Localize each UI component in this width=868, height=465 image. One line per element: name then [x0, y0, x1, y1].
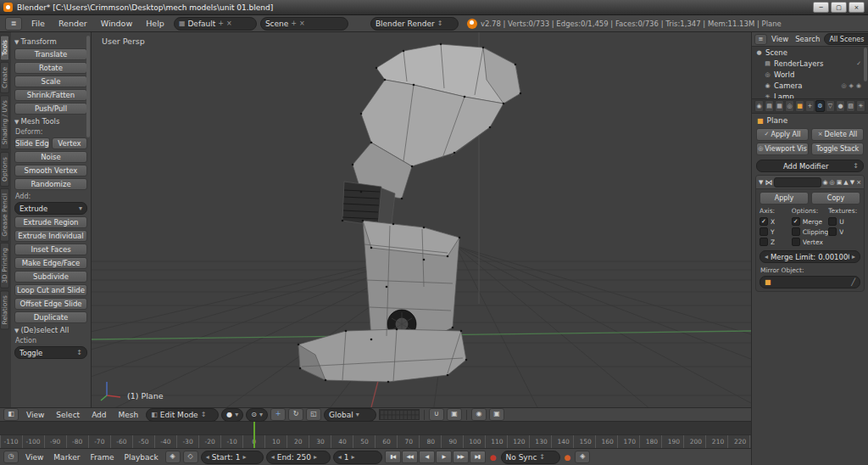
tool-button[interactable]: Loop Cut and Slide: [14, 284, 87, 296]
mirror-object-field[interactable]: ■ ╱: [760, 276, 860, 289]
vertex-groups-checkbox[interactable]: Vertex: [792, 237, 829, 247]
mode-selector[interactable]: ◧ Edit Mode ↕: [146, 408, 219, 422]
menu-item[interactable]: Add: [86, 410, 111, 420]
menu-item[interactable]: Marker: [49, 452, 84, 462]
properties-tab-icon[interactable]: ▤: [765, 100, 774, 112]
current-frame-field[interactable]: ◂ 1 ▸: [333, 451, 382, 464]
properties-tab-icon[interactable]: +: [805, 100, 815, 112]
extrude-menu[interactable]: Extrude ▾: [14, 202, 87, 215]
playback-button[interactable]: ▮◀: [385, 451, 401, 463]
render-visibility-icon[interactable]: ◉: [823, 179, 828, 186]
menu-item[interactable]: Help: [140, 17, 170, 30]
menu-item[interactable]: Playback: [120, 452, 163, 462]
tab-tools[interactable]: Tools: [0, 35, 9, 60]
outliner-scrollbar[interactable]: [864, 48, 867, 81]
move-up-icon[interactable]: ▲: [843, 179, 848, 186]
keying-set-icon[interactable]: ◈: [165, 451, 181, 463]
renderable-icon[interactable]: ◉: [856, 82, 861, 89]
collapse-icon[interactable]: ▼: [759, 179, 763, 186]
tool-button[interactable]: Extrude Region: [14, 216, 87, 228]
texture-u-checkbox[interactable]: U: [828, 216, 860, 227]
tab-3d-printing[interactable]: 3D Printing: [0, 243, 9, 289]
auto-keyframe-icon[interactable]: ●: [565, 453, 571, 462]
delete-all-button[interactable]: × Delete All: [811, 128, 864, 141]
editor-type-timeline-icon[interactable]: ◷: [3, 451, 19, 463]
outliner-row-lamp[interactable]: ✳ Lamp: [752, 91, 868, 99]
axis-y-checkbox[interactable]: Y: [760, 227, 792, 237]
modifier-copy-button[interactable]: Copy: [811, 192, 860, 204]
increment-icon[interactable]: ▸: [351, 453, 354, 461]
editor-type-3d-icon[interactable]: ◧: [3, 408, 19, 421]
outliner-row-camera[interactable]: ◉ Camera ◎ ◈ ◉: [752, 80, 868, 91]
playback-button[interactable]: ▶: [436, 451, 452, 463]
delete-modifier-icon[interactable]: ×: [856, 179, 861, 186]
outliner-row-scene[interactable]: ● Scene: [752, 47, 868, 58]
frame-end-field[interactable]: ◂ End: 250 ▸: [266, 451, 331, 464]
manipulator-translate-icon[interactable]: +: [270, 408, 286, 421]
snap-element-icon[interactable]: ▣: [447, 408, 462, 421]
axis-x-checkbox[interactable]: ✓ X: [760, 216, 792, 227]
keyframe-type-icon[interactable]: ◇: [183, 451, 198, 463]
tool-button[interactable]: Make Edge/Face: [14, 257, 87, 269]
maximize-button[interactable]: ▢: [831, 2, 847, 13]
tool-button[interactable]: Duplicate: [14, 311, 87, 323]
properties-tab-icon[interactable]: ●: [836, 100, 845, 112]
properties-tab-icon[interactable]: ◎: [785, 100, 794, 112]
menu-item[interactable]: File: [25, 17, 51, 30]
tool-button[interactable]: Smooth Vertex: [14, 165, 87, 176]
transform-panel-header[interactable]: ▼Transform: [14, 37, 87, 46]
render-opengl-anim-icon[interactable]: ▣: [489, 408, 504, 421]
tool-button[interactable]: Inset Faces: [14, 244, 87, 255]
outliner-row-world[interactable]: ◎ World: [752, 69, 868, 80]
deselect-panel-header[interactable]: ▼(De)select All: [14, 326, 87, 334]
tool-button[interactable]: Translate: [14, 48, 87, 60]
sync-mode-selector[interactable]: No Sync ↕: [501, 451, 560, 464]
tab-relations[interactable]: Relations: [0, 290, 9, 329]
keying-menu-icon[interactable]: ◈: [575, 451, 590, 463]
menu-item[interactable]: Mesh: [114, 410, 144, 420]
toggle-stack-button[interactable]: Toggle Stack: [811, 143, 864, 155]
increment-icon[interactable]: ▸: [852, 253, 855, 261]
scene-selector[interactable]: Scene + ×: [260, 17, 348, 31]
eyedropper-icon[interactable]: ╱: [851, 278, 855, 286]
outliner-row-renderlayers[interactable]: ▤ RenderLayers ✓: [752, 58, 868, 69]
tab-shading-uvs[interactable]: Shading / UVs: [0, 95, 9, 149]
menu-item[interactable]: Render: [53, 17, 93, 30]
current-frame-indicator[interactable]: [253, 422, 255, 448]
tool-button[interactable]: Subdivide: [14, 271, 87, 283]
outliner-display-selector[interactable]: All Scenes ↕: [824, 33, 868, 45]
properties-tab-icon[interactable]: ■: [795, 100, 804, 112]
properties-tab-icon[interactable]: ▽: [826, 100, 835, 112]
snap-magnet-icon[interactable]: ∪: [429, 408, 444, 421]
add-modifier-menu[interactable]: Add Modifier ↕: [756, 160, 864, 172]
tab-options[interactable]: Options: [0, 152, 9, 187]
selectable-icon[interactable]: ◈: [849, 82, 854, 89]
outliner-view-menu[interactable]: View: [769, 34, 791, 44]
add-scene-icon[interactable]: +: [291, 20, 297, 27]
increment-icon[interactable]: ▸: [242, 453, 246, 461]
orientation-selector[interactable]: Global ▾: [324, 408, 376, 422]
screen-layout-selector[interactable]: ▦ Default + ×: [174, 17, 257, 31]
checkbox-icon[interactable]: ✓: [856, 60, 861, 67]
tab-grease-pencil[interactable]: Grease Pencil: [0, 188, 9, 242]
timeline-ruler[interactable]: -110-100-90-80-70-60-50-40-30-20-1001020…: [0, 422, 751, 448]
decrement-icon[interactable]: ◂: [206, 453, 209, 461]
increment-icon[interactable]: ▸: [314, 453, 317, 461]
viewport-shading-selector[interactable]: ● ▾: [221, 408, 243, 422]
editor-type-outliner-icon[interactable]: ≡: [754, 34, 767, 45]
pivot-selector[interactable]: ⊙ ▾: [246, 408, 268, 422]
action-toggle-menu[interactable]: Toggle ↕: [14, 346, 87, 359]
tool-button[interactable]: Randomize: [14, 178, 87, 190]
properties-tab-icon[interactable]: ✳: [856, 100, 865, 112]
manipulator-rotate-icon[interactable]: ↻: [288, 408, 303, 421]
merge-checkbox[interactable]: ✓ Merge: [792, 216, 829, 227]
properties-tab-icon[interactable]: ◉: [754, 100, 764, 112]
toolshelf-scrollbar[interactable]: [86, 36, 90, 137]
menu-item[interactable]: Window: [95, 17, 138, 30]
viewport-canvas[interactable]: [92, 32, 751, 407]
tool-button[interactable]: Offset Edge Slide: [14, 298, 87, 310]
render-opengl-icon[interactable]: ◉: [471, 408, 487, 421]
playback-button[interactable]: ◀: [419, 451, 435, 463]
mesh-tools-panel-header[interactable]: ▼Mesh Tools: [14, 117, 87, 126]
tool-button[interactable]: Extrude Individual: [14, 230, 87, 242]
